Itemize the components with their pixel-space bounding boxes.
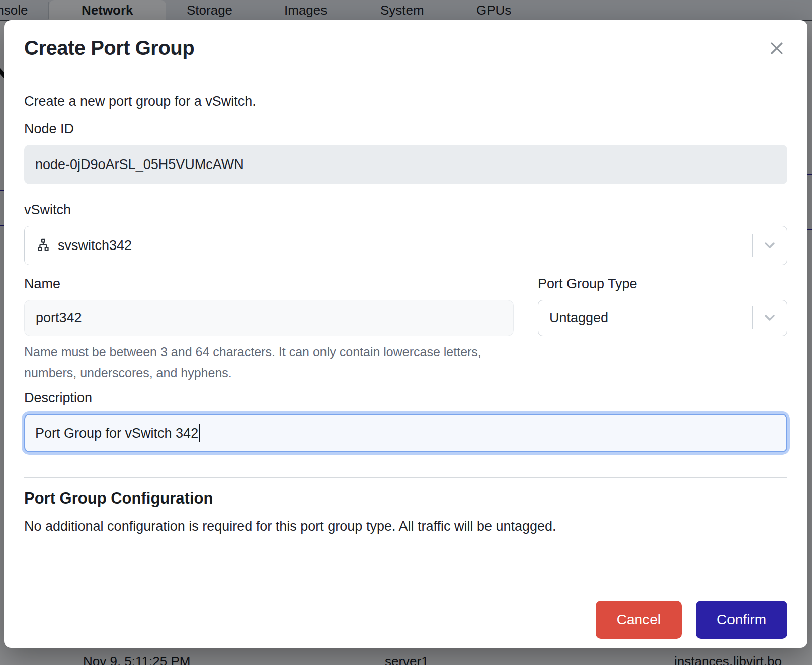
node-id-value: node-0jD9oArSL_05H5VUMcAWN bbox=[35, 157, 244, 173]
dialog-body: Create a new port group for a vSwitch. N… bbox=[4, 76, 807, 534]
dialog-description: Create a new port group for a vSwitch. bbox=[24, 94, 787, 109]
name-input[interactable]: port342 bbox=[24, 300, 514, 336]
dialog-footer: Cancel Confirm bbox=[4, 584, 807, 648]
configuration-heading: Port Group Configuration bbox=[24, 489, 787, 508]
vswitch-selected-value: svswitch342 bbox=[58, 238, 752, 254]
cancel-button[interactable]: Cancel bbox=[596, 601, 682, 639]
vswitch-label: vSwitch bbox=[24, 202, 787, 218]
name-label: Name bbox=[24, 276, 514, 292]
section-divider bbox=[24, 477, 787, 478]
description-label: Description bbox=[24, 390, 787, 406]
node-id-label: Node ID bbox=[24, 121, 787, 137]
node-id-field: node-0jD9oArSL_05H5VUMcAWN bbox=[24, 145, 787, 184]
close-icon bbox=[768, 40, 785, 57]
name-help-text: Name must be between 3 and 64 characters… bbox=[24, 341, 502, 383]
close-button[interactable] bbox=[766, 38, 787, 59]
description-input[interactable]: Port Group for vSwitch 342 bbox=[24, 414, 787, 452]
port-group-type-column: Port Group Type Untagged bbox=[538, 276, 787, 383]
dialog-header: Create Port Group bbox=[4, 20, 807, 76]
name-type-row: Name port342 Name must be between 3 and … bbox=[24, 276, 787, 383]
dialog-title: Create Port Group bbox=[24, 37, 194, 59]
name-column: Name port342 Name must be between 3 and … bbox=[24, 276, 514, 383]
confirm-button[interactable]: Confirm bbox=[696, 601, 787, 639]
port-group-type-label: Port Group Type bbox=[538, 276, 787, 292]
description-group: Description Port Group for vSwitch 342 bbox=[24, 390, 787, 452]
vswitch-select[interactable]: svswitch342 bbox=[24, 226, 787, 265]
text-caret bbox=[199, 424, 200, 442]
chevron-down-icon bbox=[753, 310, 787, 326]
port-group-type-value: Untagged bbox=[549, 310, 752, 326]
name-value: port342 bbox=[36, 310, 82, 326]
port-group-type-select[interactable]: Untagged bbox=[538, 300, 787, 336]
description-value: Port Group for vSwitch 342 bbox=[35, 426, 198, 441]
network-tree-icon bbox=[36, 238, 51, 253]
chevron-down-icon bbox=[753, 237, 787, 254]
create-port-group-dialog: Create Port Group Create a new port grou… bbox=[4, 20, 807, 648]
configuration-body: No additional configuration is required … bbox=[24, 519, 787, 534]
